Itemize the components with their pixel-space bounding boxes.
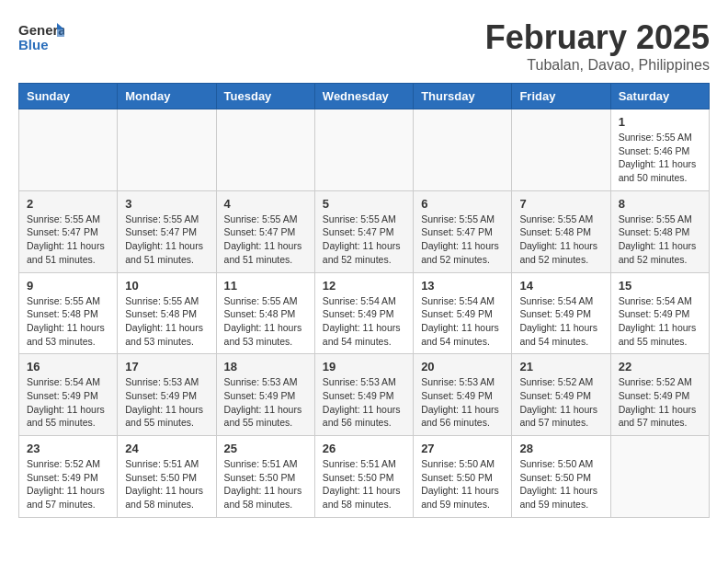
day-info: Sunrise: 5:54 AM Sunset: 5:49 PM Dayligh… [27, 375, 109, 430]
day-info: Sunrise: 5:55 AM Sunset: 5:47 PM Dayligh… [224, 213, 307, 267]
calendar-cell: 21Sunrise: 5:52 AM Sunset: 5:49 PM Dayli… [512, 354, 610, 436]
calendar-cell: 10Sunrise: 5:55 AM Sunset: 5:48 PM Dayli… [118, 272, 216, 354]
calendar-cell [216, 109, 314, 191]
day-number: 22 [619, 360, 701, 373]
calendar-cell: 14Sunrise: 5:54 AM Sunset: 5:49 PM Dayli… [512, 272, 610, 354]
day-info: Sunrise: 5:53 AM Sunset: 5:49 PM Dayligh… [125, 375, 208, 430]
day-number: 13 [421, 279, 504, 293]
day-info: Sunrise: 5:51 AM Sunset: 5:50 PM Dayligh… [323, 457, 405, 511]
day-info: Sunrise: 5:55 AM Sunset: 5:48 PM Dayligh… [125, 294, 208, 349]
calendar-cell: 1Sunrise: 5:55 AM Sunset: 5:46 PM Daylig… [610, 109, 709, 191]
calendar-cell: 3Sunrise: 5:55 AM Sunset: 5:47 PM Daylig… [118, 190, 216, 272]
day-number: 19 [323, 360, 405, 373]
day-number: 10 [125, 279, 208, 293]
day-info: Sunrise: 5:54 AM Sunset: 5:49 PM Dayligh… [619, 294, 701, 349]
page-header: General Blue February 2025 Tubalan, Dava… [18, 18, 710, 74]
day-info: Sunrise: 5:55 AM Sunset: 5:48 PM Dayligh… [224, 294, 307, 349]
calendar-cell [118, 109, 216, 191]
title-section: February 2025 Tubalan, Davao, Philippine… [485, 18, 710, 74]
weekday-header-wednesday: Wednesday [314, 84, 413, 109]
calendar-cell: 2Sunrise: 5:55 AM Sunset: 5:47 PM Daylig… [19, 190, 118, 272]
calendar-cell: 16Sunrise: 5:54 AM Sunset: 5:49 PM Dayli… [19, 354, 118, 436]
calendar-cell: 5Sunrise: 5:55 AM Sunset: 5:47 PM Daylig… [314, 190, 413, 272]
weekday-header-friday: Friday [512, 84, 610, 109]
day-number: 27 [421, 442, 504, 455]
weekday-header-sunday: Sunday [19, 84, 118, 109]
calendar-cell [512, 109, 610, 191]
calendar-cell: 23Sunrise: 5:52 AM Sunset: 5:49 PM Dayli… [19, 436, 118, 518]
day-number: 1 [619, 115, 701, 129]
weekday-header-row: SundayMondayTuesdayWednesdayThursdayFrid… [19, 84, 710, 109]
calendar-cell: 7Sunrise: 5:55 AM Sunset: 5:48 PM Daylig… [512, 190, 610, 272]
day-info: Sunrise: 5:51 AM Sunset: 5:50 PM Dayligh… [224, 457, 307, 511]
day-info: Sunrise: 5:52 AM Sunset: 5:49 PM Dayligh… [27, 457, 109, 511]
day-number: 11 [224, 279, 307, 293]
day-number: 14 [519, 279, 602, 293]
calendar-subtitle: Tubalan, Davao, Philippines [485, 57, 710, 74]
weekday-header-saturday: Saturday [610, 84, 709, 109]
day-info: Sunrise: 5:52 AM Sunset: 5:49 PM Dayligh… [619, 375, 701, 430]
calendar-cell: 11Sunrise: 5:55 AM Sunset: 5:48 PM Dayli… [216, 272, 314, 354]
day-number: 4 [224, 197, 307, 211]
calendar-cell: 20Sunrise: 5:53 AM Sunset: 5:49 PM Dayli… [414, 354, 512, 436]
day-info: Sunrise: 5:53 AM Sunset: 5:49 PM Dayligh… [421, 375, 504, 430]
day-info: Sunrise: 5:55 AM Sunset: 5:47 PM Dayligh… [323, 213, 405, 267]
svg-text:Blue: Blue [18, 37, 49, 52]
day-info: Sunrise: 5:55 AM Sunset: 5:47 PM Dayligh… [27, 213, 109, 267]
calendar-cell: 19Sunrise: 5:53 AM Sunset: 5:49 PM Dayli… [314, 354, 413, 436]
calendar-cell: 9Sunrise: 5:55 AM Sunset: 5:48 PM Daylig… [19, 272, 118, 354]
logo-icon: General Blue [18, 18, 64, 55]
day-info: Sunrise: 5:51 AM Sunset: 5:50 PM Dayligh… [125, 457, 208, 511]
calendar-cell: 15Sunrise: 5:54 AM Sunset: 5:49 PM Dayli… [610, 272, 709, 354]
week-row-4: 16Sunrise: 5:54 AM Sunset: 5:49 PM Dayli… [19, 354, 710, 436]
day-info: Sunrise: 5:54 AM Sunset: 5:49 PM Dayligh… [421, 294, 504, 349]
calendar-cell [610, 436, 709, 518]
day-number: 8 [619, 197, 701, 211]
calendar-cell: 24Sunrise: 5:51 AM Sunset: 5:50 PM Dayli… [118, 436, 216, 518]
day-number: 18 [224, 360, 307, 373]
day-info: Sunrise: 5:50 AM Sunset: 5:50 PM Dayligh… [421, 457, 504, 511]
day-info: Sunrise: 5:55 AM Sunset: 5:47 PM Dayligh… [421, 213, 504, 267]
day-number: 2 [27, 197, 109, 211]
day-info: Sunrise: 5:54 AM Sunset: 5:49 PM Dayligh… [519, 294, 602, 349]
day-number: 12 [323, 279, 405, 293]
day-info: Sunrise: 5:55 AM Sunset: 5:48 PM Dayligh… [519, 213, 602, 267]
day-number: 17 [125, 360, 208, 373]
day-info: Sunrise: 5:55 AM Sunset: 5:47 PM Dayligh… [125, 213, 208, 267]
day-number: 20 [421, 360, 504, 373]
calendar-table: SundayMondayTuesdayWednesdayThursdayFrid… [18, 83, 710, 518]
svg-marker-3 [57, 29, 64, 37]
day-info: Sunrise: 5:52 AM Sunset: 5:49 PM Dayligh… [519, 375, 602, 430]
calendar-cell: 27Sunrise: 5:50 AM Sunset: 5:50 PM Dayli… [414, 436, 512, 518]
calendar-cell: 28Sunrise: 5:50 AM Sunset: 5:50 PM Dayli… [512, 436, 610, 518]
weekday-header-tuesday: Tuesday [216, 84, 314, 109]
calendar-cell [414, 109, 512, 191]
calendar-cell: 4Sunrise: 5:55 AM Sunset: 5:47 PM Daylig… [216, 190, 314, 272]
calendar-cell: 18Sunrise: 5:53 AM Sunset: 5:49 PM Dayli… [216, 354, 314, 436]
day-info: Sunrise: 5:55 AM Sunset: 5:46 PM Dayligh… [619, 131, 701, 185]
calendar-cell: 25Sunrise: 5:51 AM Sunset: 5:50 PM Dayli… [216, 436, 314, 518]
day-info: Sunrise: 5:54 AM Sunset: 5:49 PM Dayligh… [323, 294, 405, 349]
logo: General Blue [18, 18, 64, 55]
day-number: 23 [27, 442, 109, 455]
day-number: 21 [519, 360, 602, 373]
day-info: Sunrise: 5:55 AM Sunset: 5:48 PM Dayligh… [619, 213, 701, 267]
day-info: Sunrise: 5:55 AM Sunset: 5:48 PM Dayligh… [27, 294, 109, 349]
day-number: 7 [519, 197, 602, 211]
week-row-5: 23Sunrise: 5:52 AM Sunset: 5:49 PM Dayli… [19, 436, 710, 518]
calendar-cell: 17Sunrise: 5:53 AM Sunset: 5:49 PM Dayli… [118, 354, 216, 436]
weekday-header-monday: Monday [118, 84, 216, 109]
day-number: 16 [27, 360, 109, 373]
weekday-header-thursday: Thursday [414, 84, 512, 109]
day-number: 6 [421, 197, 504, 211]
day-number: 5 [323, 197, 405, 211]
day-number: 15 [619, 279, 701, 293]
calendar-cell [314, 109, 413, 191]
calendar-cell: 26Sunrise: 5:51 AM Sunset: 5:50 PM Dayli… [314, 436, 413, 518]
calendar-cell: 13Sunrise: 5:54 AM Sunset: 5:49 PM Dayli… [414, 272, 512, 354]
day-info: Sunrise: 5:53 AM Sunset: 5:49 PM Dayligh… [224, 375, 307, 430]
day-number: 9 [27, 279, 109, 293]
calendar-cell: 8Sunrise: 5:55 AM Sunset: 5:48 PM Daylig… [610, 190, 709, 272]
day-number: 25 [224, 442, 307, 455]
calendar-cell [19, 109, 118, 191]
